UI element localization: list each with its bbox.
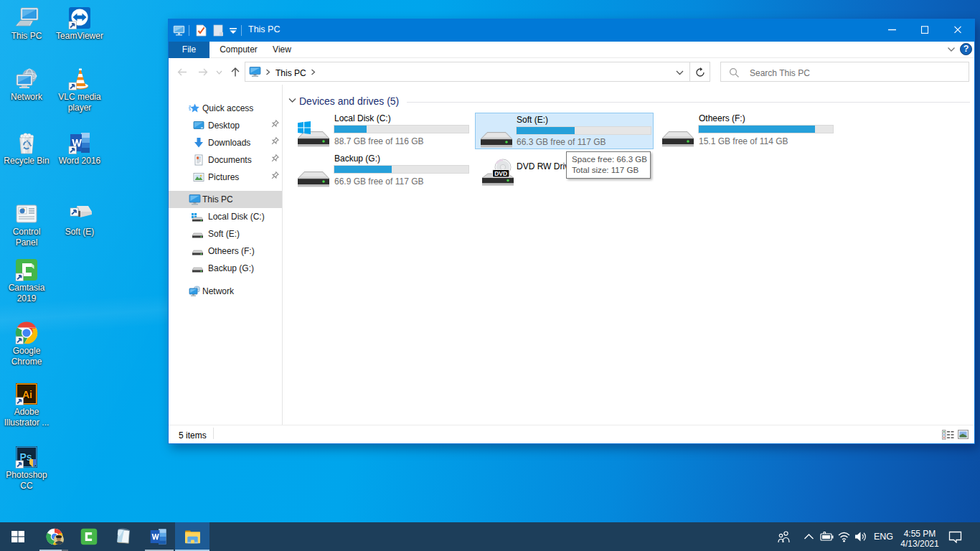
svg-text:Ai: Ai — [22, 389, 32, 400]
svg-text:DVD: DVD — [494, 170, 507, 177]
